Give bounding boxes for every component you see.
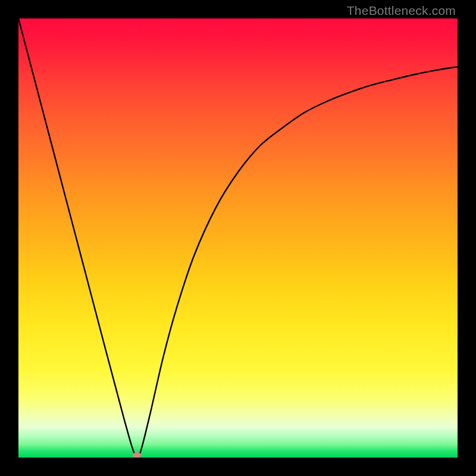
bottleneck-curve bbox=[18, 18, 458, 458]
chart-frame: TheBottleneck.com bbox=[0, 0, 476, 476]
watermark-text: TheBottleneck.com bbox=[347, 4, 456, 18]
minimum-marker-icon bbox=[133, 452, 141, 458]
plot-area bbox=[18, 18, 458, 458]
